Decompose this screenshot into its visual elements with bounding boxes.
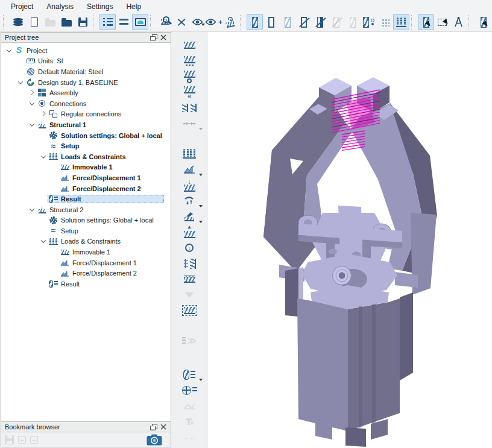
gripper-model[interactable] <box>208 32 492 448</box>
section-view-button[interactable] <box>222 14 238 30</box>
measure-compass-button[interactable] <box>450 14 467 30</box>
new-project-button[interactable] <box>26 14 42 30</box>
pick-part-button[interactable] <box>418 14 434 30</box>
show-loads-button[interactable] <box>393 14 409 30</box>
expander-down-icon[interactable] <box>5 46 13 55</box>
dropdown-arrow-icon[interactable] <box>199 122 203 133</box>
tree-item-assembly[interactable]: Assembly <box>1 87 171 98</box>
expander-down-icon[interactable] <box>28 206 36 214</box>
pressure-load-button[interactable] <box>177 256 202 271</box>
bearing-load-button[interactable] <box>177 193 202 209</box>
unhide-parts-button[interactable]: + <box>206 14 222 30</box>
open-project-database-button[interactable] <box>10 14 26 30</box>
tree-item-units-si[interactable]: Units: SI <box>1 56 171 67</box>
tree-item-force-displacement-2[interactable]: Force/Displacement 2 <box>1 268 171 279</box>
tree-item-solution-settings-global-local[interactable]: Solution settings: Global + local <box>1 215 171 226</box>
tree-item-connections[interactable]: Connections <box>1 98 171 109</box>
pick-rectangle-button[interactable] <box>434 14 450 30</box>
gravity-load-button[interactable]: ↓ <box>177 177 202 193</box>
global-review-button[interactable] <box>177 382 202 398</box>
xy-plot-button[interactable] <box>177 398 202 414</box>
tree-item-immovable-1[interactable]: Immovable 1 <box>1 162 171 173</box>
float-panel-icon[interactable] <box>149 33 159 42</box>
tree-item-loads-constraints[interactable]: Loads & Constraints <box>1 236 171 247</box>
tree-item-project[interactable]: SProject <box>1 45 171 56</box>
menu-help[interactable]: Help <box>120 1 147 12</box>
tree-item-setup[interactable]: ≈Setup <box>1 226 171 236</box>
hydrostatic-load-button[interactable] <box>177 271 202 287</box>
tree-item-setup[interactable]: ≈Setup <box>1 140 171 151</box>
menu-analysis[interactable]: Analysis <box>40 1 80 12</box>
gripper-base[interactable] <box>285 267 413 447</box>
expander-down-icon[interactable] <box>28 99 36 108</box>
measure-points-button[interactable] <box>173 14 189 30</box>
annotations-view-button[interactable] <box>116 14 132 30</box>
spring-support-button[interactable] <box>177 146 202 162</box>
inertia-relief-button[interactable] <box>177 287 202 303</box>
show-translucent-button[interactable] <box>279 14 295 30</box>
connector-button[interactable] <box>177 116 202 131</box>
simsolid-app-window: { "colors": { "icon_blue": "#2e5f8a", "h… <box>0 0 492 448</box>
expander-down-icon[interactable] <box>28 121 36 129</box>
expander-down-icon[interactable] <box>39 153 48 161</box>
reaction-forces-button[interactable]: →← <box>177 429 202 445</box>
tree-item-loads-constraints[interactable]: Loads & Constraints <box>1 151 171 162</box>
save-bookmark-button[interactable] <box>5 435 14 444</box>
float-panel-icon[interactable] <box>149 423 159 431</box>
force-displacement-button[interactable] <box>177 162 202 177</box>
unmask-parts-button[interactable] <box>344 14 361 30</box>
distributed-mass-button[interactable] <box>177 303 202 318</box>
apply-edit-button[interactable] <box>475 14 491 30</box>
tree-item-structural-2[interactable]: ↓Structural 2 <box>1 204 171 215</box>
hide-outline-button[interactable] <box>295 14 312 30</box>
tree-item-regular-connections[interactable]: Regular connections <box>1 109 171 120</box>
expander-down-icon[interactable] <box>16 78 25 87</box>
expander-right-icon[interactable] <box>39 110 48 118</box>
add-bookmark-button[interactable]: + <box>18 436 26 444</box>
thermal-load-button[interactable]: * <box>177 224 202 240</box>
open-recent-button[interactable] <box>42 14 58 30</box>
menu-project[interactable]: Project <box>5 1 39 12</box>
project-tree-view-button[interactable] <box>99 14 116 30</box>
save-project-button[interactable] <box>75 14 91 30</box>
import-loads-button[interactable]: ≫ <box>177 333 202 349</box>
tree-item-immovable-1[interactable]: Immovable 1 <box>1 247 171 257</box>
pin-support-button[interactable] <box>177 69 202 84</box>
results-plot-button[interactable] <box>177 367 202 382</box>
bolt-forces-button[interactable] <box>177 414 202 429</box>
tree-item-result[interactable]: Result <box>1 279 171 289</box>
remove-bookmark-button[interactable]: − <box>30 436 38 444</box>
tree-item-force-displacement-1[interactable]: Force/Displacement 1 <box>1 257 171 268</box>
tree-item-force-displacement-2[interactable]: Force/Displacement 2 <box>1 183 171 194</box>
bookmark-view-button[interactable] <box>132 14 148 30</box>
hide-parts-button[interactable] <box>189 14 206 30</box>
mask-other-parts-button[interactable] <box>361 14 377 30</box>
capture-screenshot-button[interactable] <box>147 434 162 446</box>
expander-spacer <box>39 131 48 140</box>
tree-item-force-displacement-1[interactable]: Force/Displacement 1 <box>1 172 171 183</box>
tree-item-structural-1[interactable]: ↓Structural 1 <box>1 119 171 130</box>
show-points-button[interactable] <box>377 14 393 30</box>
immovable-support-button[interactable] <box>177 37 202 53</box>
open-folder-button[interactable] <box>58 14 75 30</box>
mask-parts-button[interactable] <box>328 14 344 30</box>
remote-load-button[interactable] <box>177 209 202 224</box>
torque-load-button[interactable]: ↓ <box>177 240 202 256</box>
zoom-to-part-button[interactable] <box>157 14 173 30</box>
tree-item-solution-settings-global-local[interactable]: Solution settings: Global + local <box>1 130 171 141</box>
show-outline-button[interactable] <box>263 14 279 30</box>
hide-part-button[interactable] <box>312 14 328 30</box>
show-part-button[interactable] <box>247 14 263 30</box>
close-panel-icon[interactable] <box>159 423 168 431</box>
slider-support-button[interactable]: « <box>177 84 202 100</box>
menu-settings[interactable]: Settings <box>81 1 119 12</box>
3d-viewport[interactable] <box>208 32 492 448</box>
expander-right-icon[interactable] <box>28 89 36 97</box>
tree-item-design-study-1-baseline[interactable]: Design study 1, BASELINE <box>1 77 171 88</box>
tree-item-default-material-steel[interactable]: Default Material: Steel <box>1 66 171 77</box>
expander-down-icon[interactable] <box>39 237 48 245</box>
spot-immovable-button[interactable] <box>177 53 202 69</box>
tree-item-result[interactable]: Result <box>1 194 171 204</box>
close-panel-icon[interactable] <box>159 33 168 42</box>
symmetry-antisymmetry-button[interactable] <box>177 100 202 116</box>
